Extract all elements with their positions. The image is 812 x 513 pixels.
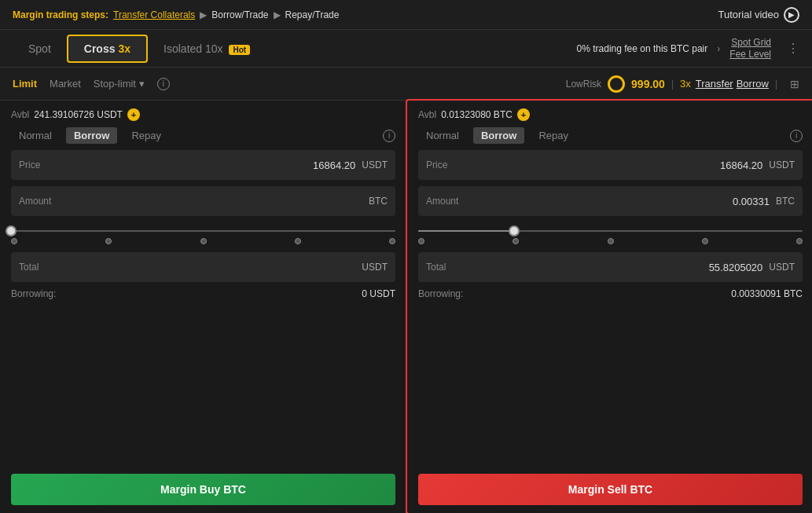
step2: Borrow/Trade: [211, 9, 268, 20]
spot-mode-button[interactable]: Spot: [13, 36, 67, 61]
spot-grid-link[interactable]: Spot Grid: [731, 37, 771, 48]
sell-amount-value: 0.00331: [733, 196, 770, 207]
buy-borrow-tab[interactable]: Borrow: [66, 127, 118, 144]
buy-amount-field[interactable]: Amount BTC: [11, 186, 395, 216]
sell-panel: Avbl 0.01323080 BTC + Normal Borrow Repa…: [406, 99, 812, 513]
buy-total-field[interactable]: Total USDT: [11, 252, 395, 282]
sell-total-field[interactable]: Total 55.8205020 USDT: [418, 252, 803, 282]
risk-gauge: [608, 75, 625, 93]
promo-arrow[interactable]: ›: [717, 43, 720, 54]
cross-multiplier: 3x: [119, 42, 131, 55]
buy-add-funds-button[interactable]: +: [127, 108, 140, 121]
promo-text: 0% trading fee on this BTC pair: [577, 43, 708, 54]
sell-slider-dot-50[interactable]: [608, 238, 614, 244]
sell-price-unit: USDT: [769, 159, 795, 170]
buy-price-field[interactable]: Price 16864.20 USDT: [11, 150, 395, 180]
sell-amount-label: Amount: [426, 196, 733, 207]
buy-panel: Avbl 241.39106726 USDT + Normal Borrow R…: [0, 101, 407, 513]
buy-amount-unit: BTC: [369, 196, 388, 207]
arrow2: ▶: [274, 9, 281, 20]
sell-tab-row: Normal Borrow Repay i: [418, 127, 803, 144]
buy-avbl-row: Avbl 241.39106726 USDT +: [11, 108, 395, 121]
sell-amount-field[interactable]: Amount 0.00331 BTC: [418, 186, 803, 216]
mode-bar: Spot Cross3x Isolated 10x Hot 0% trading…: [0, 30, 812, 68]
fee-level-link[interactable]: Fee Level: [729, 49, 771, 60]
order-type-bar: Limit Market Stop-limit ▾ i LowRisk 999.…: [0, 68, 812, 101]
trading-panels: Avbl 241.39106726 USDT + Normal Borrow R…: [0, 101, 812, 513]
sell-borrowing-value: 0.00330091 BTC: [731, 288, 803, 299]
sell-avbl-value: 0.01323080 BTC: [441, 109, 513, 120]
top-bar: Margin trading steps: Transfer Collatera…: [0, 0, 812, 30]
transfer-borrow-links: 3x Transfer Borrow: [680, 78, 769, 90]
margin-buy-button[interactable]: Margin Buy BTC: [11, 474, 395, 505]
slider-dot-25[interactable]: [105, 238, 112, 244]
transfer-link[interactable]: Transfer: [696, 78, 733, 90]
sell-tab-info-icon[interactable]: i: [790, 130, 803, 142]
buy-slider[interactable]: [11, 222, 395, 246]
sell-price-field[interactable]: Price 16864.20 USDT: [418, 150, 803, 180]
risk-value: 999.00: [631, 78, 665, 90]
breadcrumb: Margin trading steps: Transfer Collatera…: [13, 9, 339, 20]
market-button[interactable]: Market: [50, 78, 81, 90]
buy-borrowing-label: Borrowing:: [11, 288, 56, 299]
sell-borrowing-label: Borrowing:: [418, 288, 463, 299]
buy-avbl-value: 241.39106726 USDT: [34, 109, 123, 120]
grid-icon[interactable]: ⊞: [790, 78, 799, 90]
sell-normal-tab[interactable]: Normal: [418, 127, 467, 144]
buy-borrowing-row: Borrowing: 0 USDT: [11, 288, 395, 299]
buy-avbl-label: Avbl: [11, 109, 29, 120]
sell-total-label: Total: [426, 262, 709, 273]
stop-limit-button[interactable]: Stop-limit ▾: [94, 78, 145, 90]
sell-slider-dot-75[interactable]: [702, 238, 708, 244]
buy-normal-tab[interactable]: Normal: [11, 127, 60, 144]
sell-price-value: 16864.20: [720, 159, 762, 171]
buy-tab-info-icon[interactable]: i: [383, 130, 395, 142]
slider-dot-50[interactable]: [200, 238, 207, 244]
slider-dot-75[interactable]: [295, 238, 301, 244]
sell-avbl-label: Avbl: [418, 109, 436, 120]
low-risk-label: LowRisk: [566, 79, 601, 90]
sell-price-label: Price: [426, 159, 720, 170]
sell-slider-dot-100[interactable]: [796, 238, 803, 244]
buy-price-label: Price: [19, 159, 313, 170]
buy-amount-label: Amount: [19, 196, 369, 207]
sell-slider[interactable]: [418, 222, 803, 246]
slider-dot-0[interactable]: [11, 238, 17, 244]
sell-slider-dot-0[interactable]: [418, 238, 424, 244]
sell-total-unit: USDT: [769, 262, 795, 273]
borrow-link[interactable]: Borrow: [737, 78, 769, 90]
three-dots-icon[interactable]: ⋮: [787, 41, 799, 56]
cross-mode-button[interactable]: Cross3x: [67, 35, 148, 63]
hot-badge: Hot: [229, 45, 250, 55]
sell-avbl-row: Avbl 0.01323080 BTC +: [418, 108, 803, 121]
slider-dot-100[interactable]: [389, 238, 395, 244]
buy-tab-row: Normal Borrow Repay i: [11, 127, 395, 144]
multiplier-badge: 3x: [680, 78, 691, 90]
sell-repay-tab[interactable]: Repay: [531, 127, 576, 144]
sell-total-value: 55.8205020: [709, 262, 763, 273]
margin-sell-button[interactable]: Margin Sell BTC: [418, 474, 803, 505]
risk-area: LowRisk 999.00 | 3x Transfer Borrow | ⊞: [566, 75, 799, 93]
sell-amount-unit: BTC: [776, 196, 795, 207]
buy-price-value: 16864.20: [313, 159, 355, 171]
buy-price-unit: USDT: [362, 159, 388, 170]
promo-links: Spot Grid Fee Level: [729, 37, 771, 60]
buy-repay-tab[interactable]: Repay: [123, 127, 169, 144]
sell-borrowing-row: Borrowing: 0.00330091 BTC: [418, 288, 803, 299]
sell-slider-dot-25[interactable]: [513, 238, 519, 244]
step3: Repay/Trade: [285, 9, 340, 20]
sell-borrow-tab[interactable]: Borrow: [473, 127, 525, 144]
buy-total-label: Total: [19, 262, 362, 273]
buy-borrowing-value: 0 USDT: [362, 288, 395, 299]
isolated-mode-button[interactable]: Isolated 10x Hot: [148, 36, 266, 61]
sell-add-funds-button[interactable]: +: [517, 108, 530, 121]
step1[interactable]: Transfer Collaterals: [113, 9, 195, 20]
steps-label: Margin trading steps:: [13, 9, 108, 20]
buy-total-unit: USDT: [362, 262, 388, 273]
promo-area: 0% trading fee on this BTC pair › Spot G…: [577, 37, 799, 60]
tutorial-button[interactable]: Tutorial video ▶: [718, 7, 799, 23]
limit-button[interactable]: Limit: [13, 78, 37, 90]
play-icon: ▶: [784, 7, 799, 23]
order-type-info-icon[interactable]: i: [157, 78, 170, 90]
arrow1: ▶: [200, 9, 207, 20]
